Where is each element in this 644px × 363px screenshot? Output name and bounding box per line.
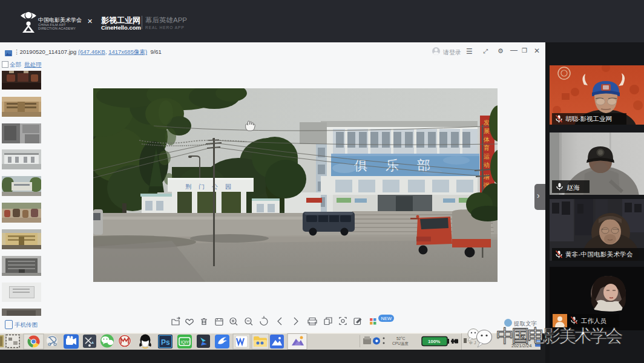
svg-text:体: 体 — [483, 136, 490, 143]
svg-text:荆门公园: 荆门公园 — [185, 183, 238, 190]
svg-text:运: 运 — [484, 153, 490, 160]
svg-text:100%: 100% — [428, 339, 440, 344]
svg-text:NEW: NEW — [381, 316, 392, 321]
svg-text:增: 增 — [483, 174, 490, 180]
svg-text:52°C: 52°C — [396, 336, 406, 341]
svg-text:俱乐部: 俱乐部 — [354, 158, 448, 173]
svg-text:动: 动 — [484, 162, 490, 168]
svg-text:CPU温度: CPU温度 — [392, 341, 409, 346]
svg-text:展: 展 — [484, 128, 490, 134]
svg-text:发: 发 — [484, 119, 490, 126]
svg-text:Ps: Ps — [161, 338, 170, 347]
svg-text:育: 育 — [484, 145, 490, 151]
svg-text:IQIYI: IQIYI — [181, 340, 191, 345]
